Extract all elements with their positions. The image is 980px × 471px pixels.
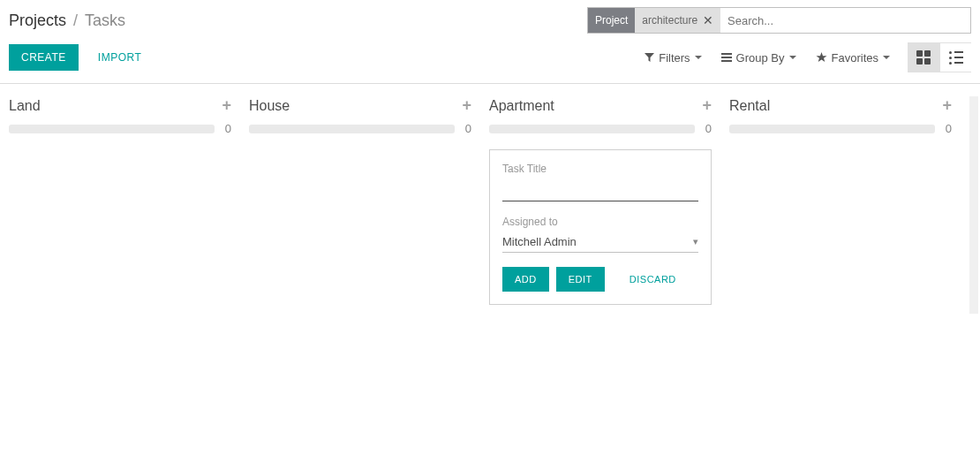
search-bar[interactable]: Project architecture ✕ bbox=[587, 7, 971, 34]
assigned-to-select[interactable]: Mitchell Admin ▾ bbox=[502, 233, 698, 253]
close-icon[interactable]: ✕ bbox=[703, 13, 713, 27]
column-count: 0 bbox=[225, 122, 231, 135]
chevron-down-icon: ▾ bbox=[693, 236, 698, 247]
plus-icon[interactable]: + bbox=[462, 96, 471, 115]
column-title[interactable]: House bbox=[249, 98, 290, 114]
groupby-button[interactable]: Group By bbox=[721, 51, 796, 65]
chevron-down-icon bbox=[883, 56, 890, 59]
svg-rect-2 bbox=[721, 60, 732, 62]
kanban-column-apartment: Apartment + 0 Task Title Assigned to Mit… bbox=[489, 87, 729, 314]
breadcrumb-root[interactable]: Projects bbox=[9, 11, 66, 30]
search-input[interactable] bbox=[720, 8, 970, 33]
svg-rect-1 bbox=[721, 57, 732, 58]
column-progress bbox=[729, 125, 935, 133]
column-title[interactable]: Land bbox=[9, 98, 41, 114]
fold-column[interactable] bbox=[969, 96, 978, 314]
breadcrumb-current: Tasks bbox=[85, 11, 125, 30]
filters-label: Filters bbox=[659, 51, 690, 65]
add-button[interactable]: ADD bbox=[502, 267, 549, 292]
chevron-down-icon bbox=[789, 56, 796, 59]
plus-icon[interactable]: + bbox=[702, 96, 712, 115]
kanban-board: Land + 0 House + 0 Apartment + 0 Task Ti… bbox=[0, 84, 980, 314]
plus-icon[interactable]: + bbox=[222, 96, 231, 115]
column-title[interactable]: Apartment bbox=[489, 98, 554, 114]
search-facet-value: architecture ✕ bbox=[635, 8, 720, 33]
discard-button[interactable]: DISCARD bbox=[621, 267, 685, 292]
column-title[interactable]: Rental bbox=[729, 98, 770, 114]
svg-rect-0 bbox=[721, 53, 732, 55]
column-count: 0 bbox=[946, 122, 952, 135]
favorites-button[interactable]: Favorites bbox=[816, 51, 890, 65]
column-progress bbox=[249, 125, 455, 133]
funnel-icon bbox=[645, 53, 654, 63]
search-facet-text: architecture bbox=[642, 14, 697, 27]
list-icon bbox=[949, 51, 963, 65]
edit-button[interactable]: EDIT bbox=[556, 267, 605, 292]
chevron-down-icon bbox=[695, 56, 702, 59]
favorites-label: Favorites bbox=[832, 51, 878, 65]
column-count: 0 bbox=[465, 122, 471, 135]
task-title-input[interactable] bbox=[502, 180, 698, 201]
quick-create-card: Task Title Assigned to Mitchell Admin ▾ … bbox=[489, 149, 712, 305]
filters-button[interactable]: Filters bbox=[645, 51, 701, 65]
breadcrumb: Projects / Tasks bbox=[9, 11, 125, 30]
kanban-column-land: Land + 0 bbox=[9, 87, 249, 314]
search-facet-label: Project bbox=[588, 8, 635, 33]
search-facet: Project architecture ✕ bbox=[588, 8, 720, 33]
breadcrumb-separator: / bbox=[73, 11, 78, 30]
column-progress bbox=[9, 125, 215, 133]
list-lines-icon bbox=[721, 53, 732, 62]
plus-icon[interactable]: + bbox=[942, 96, 952, 115]
kanban-column-house: House + 0 bbox=[249, 87, 489, 314]
column-count: 0 bbox=[705, 122, 712, 135]
star-icon bbox=[816, 52, 827, 63]
create-button[interactable]: CREATE bbox=[9, 44, 79, 71]
assigned-to-value: Mitchell Admin bbox=[502, 235, 577, 248]
list-view-button[interactable] bbox=[939, 42, 971, 72]
kanban-column-rental: Rental + 0 bbox=[729, 87, 969, 314]
column-progress bbox=[489, 125, 695, 133]
task-title-label: Task Title bbox=[502, 163, 698, 175]
kanban-view-button[interactable] bbox=[908, 42, 939, 72]
assigned-to-label: Assigned to bbox=[502, 216, 698, 228]
groupby-label: Group By bbox=[736, 51, 785, 65]
import-button[interactable]: IMPORT bbox=[89, 44, 150, 71]
kanban-icon bbox=[916, 50, 931, 65]
